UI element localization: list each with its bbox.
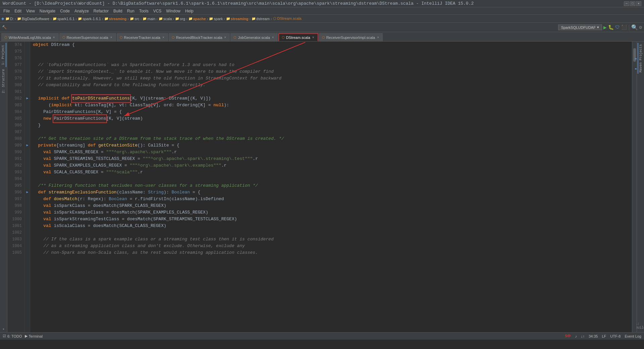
toolbar-left: 🔨 [2,25,7,30]
code-line-980: // compatibility and forward to the foll… [33,82,629,89]
code-line-1003: // If the class is a spark example class… [33,236,629,243]
gutter-981 [25,89,30,95]
error-marker-1 [635,58,637,59]
run-config-dropdown[interactable]: SparkSQLUDFUDAF ▾ [558,24,602,30]
bottom-right: S中 ♪ ↓↑ 34:35 LF UTF-8 Event Log [565,334,641,339]
tab-icon-jobgen: ⬡ [233,36,236,39]
menu-tools[interactable]: Tools [137,8,151,14]
tab-close-jobgen[interactable]: × [271,36,275,39]
gutter-986 [25,122,30,129]
menu-file[interactable]: File [1,8,12,14]
path-d: 📁 D: [5,17,14,21]
tab-dstream[interactable]: ⬡ DStream.scala × [278,33,318,41]
tab-close-rsupervisor[interactable]: × [110,36,113,39]
line-1000: 1000 [9,216,22,223]
minimize-button[interactable]: ─ [624,1,629,6]
line-974: 974 [9,42,22,48]
project-tab[interactable]: 1: Project [1,43,6,67]
terminal-tab[interactable]: ▶ Terminal [25,334,43,338]
close-button[interactable]: ✕ [636,1,641,6]
gutter-994 [25,176,30,182]
gutter-979 [25,75,30,82]
search-everywhere-button[interactable]: 🔍 [631,24,638,31]
line-1004: 1004 [9,243,22,249]
ime-indicator: S中 [565,334,571,339]
menu-navigate[interactable]: Navigate [38,8,57,14]
run-config-label: SparkSQLUDFUDAF [561,25,596,30]
line-979: 979 [9,75,22,82]
line-985: 985 [9,115,22,122]
line-1001: 1001 [9,223,22,229]
terminal-label: Terminal [29,334,43,338]
tab-close-rsupervisorimpl[interactable]: × [376,36,380,39]
code-line-974: object DStream { [33,42,629,48]
code-line-1004: // as a streaming application class and … [33,243,629,249]
menu-run[interactable]: Run [125,8,137,14]
menu-analyze[interactable]: Analyze [72,8,91,14]
tab-jobgenerator[interactable]: ⬡ JobGenerator.scala × [230,33,277,41]
main-layout: 1: Project 2: Structure ★ 974 975 976 97… [0,42,644,332]
menu-vcs[interactable]: VCS [151,8,164,14]
gutter-982: ▶ [25,95,30,102]
todo-tab[interactable]: ☑ 6: TODO [3,334,22,338]
menu-help[interactable]: Help [183,8,196,14]
menu-view[interactable]: View [24,8,37,14]
code-line-993: val SCALA_CLASS_REGEX = """^scala""".r [33,169,629,176]
tab-close-rbtracker[interactable]: × [224,36,227,39]
tab-close-writeahead[interactable]: × [52,36,56,39]
line-993: 993 [9,169,22,176]
path-streaming1: 📁 streaming [104,17,127,21]
settings-button[interactable]: ⚙ [639,24,642,30]
right-scrollbar[interactable] [632,42,637,332]
code-editor[interactable]: object DStream { // `toPairDStreamFuncti… [30,42,632,332]
code-line-982: implicit def toPairDStreamFunctions[K, V… [33,95,629,102]
tab-close-rtracker[interactable]: × [162,36,165,39]
line-987: 987 [9,129,22,135]
stop-button[interactable]: ⬛ [621,24,627,30]
tab-receivedblocktracker[interactable]: ⬡ ReceivedBlockTracker.scala × [169,33,230,41]
tab-receiversupervisorimpl[interactable]: ⬡ ReceiverSupervisorImpl.scala × [319,33,383,41]
gutter-992 [25,162,30,169]
tab-icon-dstream: ⬡ [282,36,285,39]
tab-close-dstream[interactable]: × [312,36,315,39]
coverage-button[interactable]: 🛡 [615,25,620,30]
line-996: 996 [9,189,22,196]
code-line-996: def streamingExclusionFunction(className… [33,189,629,196]
event-log[interactable]: Event Log [625,334,641,338]
tab-receivertracker[interactable]: ⬡ ReceiverTracker.scala × [117,33,168,41]
bottom-bar: ☑ 6: TODO ▶ Terminal S中 ♪ ↓↑ 34:35 LF UT… [0,332,644,340]
line-975: 975 [9,48,22,55]
gutter-980 [25,82,30,89]
line-983: 983 [9,102,22,109]
maven-projects-tab[interactable]: Maven Projects [638,43,643,74]
tab-label-rsupervisor: ReceiverSupervisor.scala [67,36,108,40]
tab-receiversupervisor[interactable]: ⬡ ReceiverSupervisor.scala × [59,33,116,41]
menu-build[interactable]: Build [111,8,124,14]
maximize-button[interactable]: □ [630,1,635,6]
menu-code[interactable]: Code [58,8,72,14]
structure-tab[interactable]: 2: Structure [1,67,6,95]
favorites-icon[interactable]: ★ [2,326,5,332]
tab-icon-rsupervisorimpl: ⬡ [322,36,325,39]
cursor-position: 34:35 [589,334,598,338]
line-986: 986 [9,122,22,129]
tab-writeaheadlogutils[interactable]: ⬡ WriteAheadLogUtils.scala × [1,33,59,41]
right-panel: Maven Projects 1: Build [637,42,644,332]
path-scala: 📁 scala [159,17,172,21]
title-bar-buttons: ─ □ ✕ [624,1,641,6]
run-button[interactable]: ▶ [603,24,607,31]
bottom-left: ☑ 6: TODO ▶ Terminal [3,334,43,338]
tab-icon-rtracker: ⬡ [120,36,123,39]
debug-button[interactable]: 🐛 [608,24,614,30]
code-line-992: val SPARK_EXAMPLES_CLASS_REGEX = """^org… [33,162,629,169]
toolbar-right: SparkSQLUDFUDAF ▾ ▶ 🐛 🛡 ⬛ 🔍 ⚙ [558,24,642,31]
music-icon: ♪ [575,334,577,338]
line-982: 982 [9,95,22,102]
menu-refactor[interactable]: Refactor [92,8,111,14]
path-dstream: 📁 dstream [252,17,270,21]
menu-edit[interactable]: Edit [12,8,23,14]
code-line-1005: // non-Spark and non-Scala class, as the… [33,249,629,256]
code-line-994 [33,176,629,182]
line-994: 994 [9,176,22,182]
menu-window[interactable]: Window [164,8,182,14]
